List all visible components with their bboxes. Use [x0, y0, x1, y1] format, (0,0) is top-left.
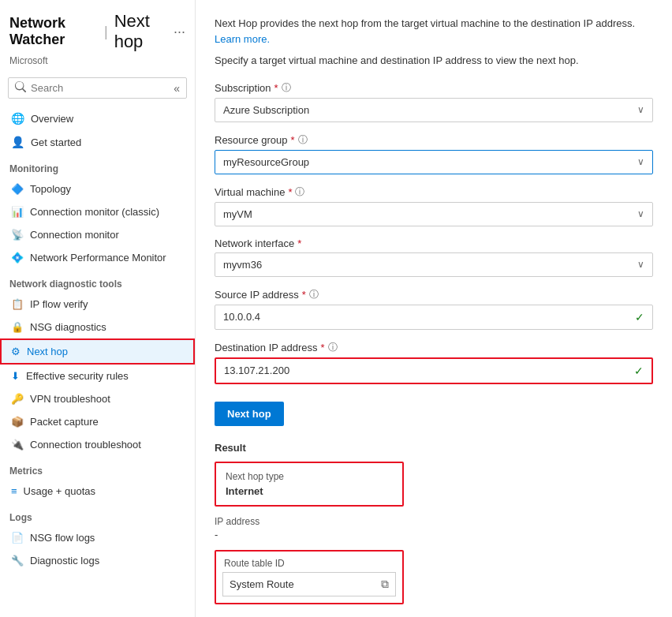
security-rules-icon: ⬇ [11, 370, 20, 382]
sidebar-label: Connection monitor (classic) [30, 206, 159, 218]
sidebar-header: Network Watcher | Next hop ··· Microsoft [0, 0, 195, 69]
sidebar-label: Overview [31, 113, 73, 125]
result-label: Result [215, 442, 653, 454]
description-2: Specify a target virtual machine and des… [215, 53, 653, 69]
section-monitoring: Monitoring [0, 154, 195, 178]
form-section: Subscription * ⓘ Azure Subscription ∨ Re… [215, 81, 653, 604]
resource-group-dropdown[interactable]: myResourceGroup ∨ [215, 150, 653, 174]
sidebar-item-diagnostic-logs[interactable]: 🔧 Diagnostic logs [0, 549, 195, 572]
destination-ip-label: Destination IP address * ⓘ [215, 341, 653, 354]
sidebar-item-nsg-diagnostics[interactable]: 🔒 NSG diagnostics [0, 316, 195, 338]
search-input[interactable] [31, 82, 174, 94]
subscription-value: Azure Subscription [223, 104, 309, 116]
sidebar-item-network-performance-monitor[interactable]: 💠 Network Performance Monitor [0, 246, 195, 269]
nsg-icon: 🔒 [11, 321, 24, 333]
sidebar-item-effective-security-rules[interactable]: ⬇ Effective security rules [0, 365, 195, 387]
sidebar-label: Network Performance Monitor [30, 252, 166, 264]
nsg-logs-icon: 📄 [11, 532, 24, 544]
sidebar-label: Packet capture [30, 416, 99, 428]
ip-address-value: - [215, 529, 653, 540]
subscription-dropdown[interactable]: Azure Subscription ∨ [215, 98, 653, 122]
sidebar-item-connection-monitor-classic[interactable]: 📊 Connection monitor (classic) [0, 200, 195, 223]
copy-icon[interactable]: ⧉ [381, 578, 389, 591]
sidebar-label: IP flow verify [30, 298, 88, 310]
result-section: Result Next hop type Internet IP address… [215, 442, 653, 604]
sidebar-item-usage-quotas[interactable]: ≡ Usage + quotas [0, 480, 195, 503]
sidebar-item-connection-monitor[interactable]: 📡 Connection monitor [0, 223, 195, 246]
more-button[interactable]: ··· [174, 24, 185, 40]
sidebar-item-next-hop[interactable]: ⚙ Next hop [0, 338, 195, 365]
resource-group-value: myResourceGroup [223, 156, 309, 168]
sidebar-label: NSG diagnostics [30, 321, 106, 333]
monitor-classic-icon: 📊 [11, 206, 24, 218]
ip-address-label: IP address [215, 516, 653, 527]
brand-title: Network Watcher [9, 15, 98, 48]
page-header-sidebar: Network Watcher | Next hop ··· [9, 11, 185, 52]
sidebar-item-connection-troubleshoot[interactable]: 🔌 Connection troubleshoot [0, 433, 195, 456]
source-ip-valid-icon: ✓ [635, 311, 644, 323]
chevron-down-icon: ∨ [637, 104, 644, 115]
dest-ip-valid-icon: ✓ [634, 365, 644, 377]
route-table-value: System Route [230, 578, 294, 590]
learn-more-link[interactable]: Learn more. [215, 33, 270, 45]
section-metrics: Metrics [0, 456, 195, 480]
next-hop-button[interactable]: Next hop [215, 402, 284, 426]
sidebar-item-ip-flow-verify[interactable]: 📋 IP flow verify [0, 293, 195, 316]
vm-info-icon[interactable]: ⓘ [295, 185, 304, 199]
vpn-icon: 🔑 [11, 393, 24, 405]
section-network-diagnostic-tools: Network diagnostic tools [0, 269, 195, 293]
search-box[interactable]: « [8, 77, 187, 99]
ip-address-section: IP address - [215, 516, 653, 540]
source-ip-value: 10.0.0.4 [223, 311, 260, 323]
network-interface-dropdown[interactable]: myvm36 ∨ [215, 252, 653, 277]
next-hop-type-box: Next hop type Internet [215, 462, 404, 507]
sidebar-item-topology[interactable]: 🔷 Topology [0, 178, 195, 200]
topology-icon: 🔷 [11, 183, 24, 195]
route-table-inner: System Route ⧉ [222, 572, 396, 596]
destination-ip-value: 13.107.21.200 [224, 365, 289, 376]
globe-icon: 🌐 [11, 112, 24, 125]
source-ip-info-icon[interactable]: ⓘ [309, 288, 319, 301]
monitor-icon: 📡 [11, 229, 24, 241]
sidebar: Network Watcher | Next hop ··· Microsoft… [0, 0, 196, 617]
resource-group-info-icon[interactable]: ⓘ [298, 133, 308, 147]
sidebar-item-overview[interactable]: 🌐 Overview [0, 107, 195, 130]
destination-ip-field-group: Destination IP address * ⓘ 13.107.21.200… [215, 341, 653, 384]
network-interface-label: Network interface * [215, 237, 653, 249]
vm-required: * [288, 186, 292, 198]
chevron-down-icon: ∨ [637, 259, 644, 270]
sidebar-item-packet-capture[interactable]: 📦 Packet capture [0, 410, 195, 433]
subscription-info-icon[interactable]: ⓘ [282, 81, 291, 95]
destination-ip-input[interactable]: 13.107.21.200 ✓ [215, 357, 653, 384]
packet-icon: 📦 [11, 416, 24, 428]
source-ip-dropdown[interactable]: 10.0.0.4 ✓ [215, 305, 653, 330]
microsoft-label: Microsoft [9, 55, 185, 66]
ip-flow-icon: 📋 [11, 298, 24, 310]
dest-ip-info-icon[interactable]: ⓘ [328, 341, 338, 354]
collapse-button[interactable]: « [174, 82, 180, 95]
sidebar-item-get-started[interactable]: 👤 Get started [0, 130, 195, 154]
chevron-down-icon: ∨ [637, 156, 644, 167]
page-subtitle: Next hop [114, 11, 167, 52]
resource-group-field-group: Resource group * ⓘ myResourceGroup ∨ [215, 133, 653, 174]
next-hop-type-value: Internet [226, 485, 393, 497]
virtual-machine-dropdown[interactable]: myVM ∨ [215, 202, 653, 226]
route-table-label: Route table ID [216, 552, 402, 572]
resource-group-label: Resource group * ⓘ [215, 133, 653, 147]
subscription-required: * [274, 82, 278, 94]
network-interface-field-group: Network interface * myvm36 ∨ [215, 237, 653, 277]
dest-ip-required: * [321, 342, 325, 353]
sidebar-item-nsg-flow-logs[interactable]: 📄 NSG flow logs [0, 526, 195, 549]
description-1: Next Hop provides the next hop from the … [215, 16, 653, 47]
section-logs: Logs [0, 503, 195, 526]
sidebar-label: VPN troubleshoot [30, 393, 110, 405]
sidebar-item-vpn-troubleshoot[interactable]: 🔑 VPN troubleshoot [0, 387, 195, 410]
sidebar-label: Usage + quotas [24, 485, 95, 497]
route-table-box: Route table ID System Route ⧉ [215, 550, 404, 604]
next-hop-type-label: Next hop type [226, 471, 393, 482]
virtual-machine-field-group: Virtual machine * ⓘ myVM ∨ [215, 185, 653, 226]
subscription-label: Subscription * ⓘ [215, 81, 653, 95]
subscription-field-group: Subscription * ⓘ Azure Subscription ∨ [215, 81, 653, 122]
sidebar-label: Get started [31, 136, 81, 148]
sidebar-label: Topology [30, 183, 71, 195]
